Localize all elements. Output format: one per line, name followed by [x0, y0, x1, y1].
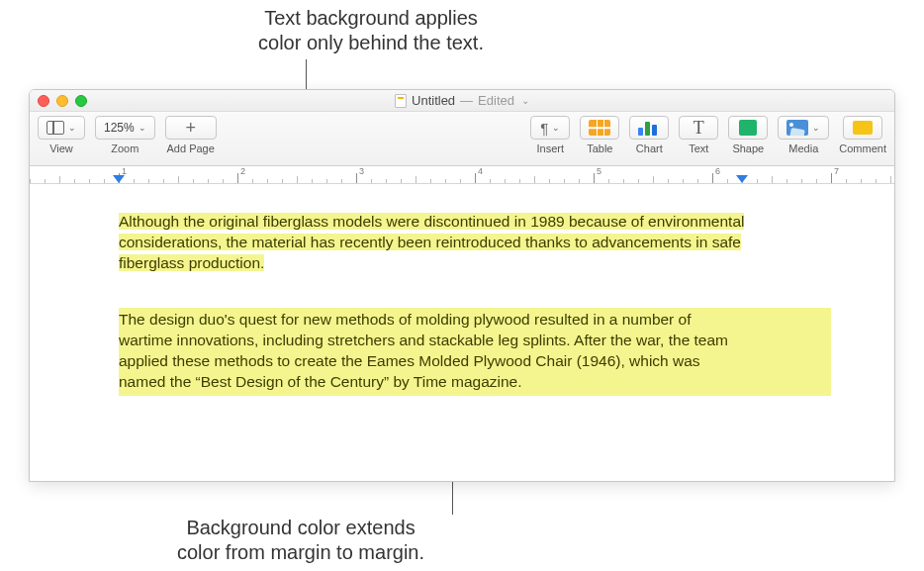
shape-button[interactable]: [728, 116, 768, 140]
plus-icon: +: [185, 121, 196, 135]
ruler-right-indent-marker[interactable]: [736, 175, 748, 183]
chart-label: Chart: [636, 143, 663, 154]
paragraph-block-background[interactable]: The design duo's quest for new methods o…: [119, 308, 831, 397]
text-label: Text: [689, 143, 708, 154]
table-icon: [589, 120, 610, 136]
chevron-down-icon: ⌄: [68, 123, 76, 133]
minimize-window-button[interactable]: [56, 95, 68, 107]
chevron-down-icon: ⌄: [552, 123, 560, 133]
add-page-button[interactable]: +: [165, 116, 217, 140]
table-button[interactable]: [580, 116, 619, 140]
insert-button[interactable]: ¶ ⌄: [530, 116, 570, 140]
ruler-number: 7: [834, 166, 839, 176]
zoom-value: 125%: [104, 121, 135, 135]
window-title-separator: —: [460, 93, 473, 108]
comment-label: Comment: [839, 143, 886, 154]
insert-label: Insert: [537, 143, 565, 154]
ruler-number: 6: [715, 166, 720, 176]
chevron-down-icon: ⌄: [521, 95, 529, 106]
zoom-button[interactable]: 125% ⌄: [95, 116, 155, 140]
window-controls: [38, 95, 87, 107]
shape-label: Shape: [732, 143, 764, 154]
paragraph-1-text: Although the original fiberglass models …: [119, 213, 744, 271]
document-icon: [395, 94, 407, 108]
document-page[interactable]: Although the original fiberglass models …: [30, 184, 894, 481]
close-window-button[interactable]: [38, 95, 49, 107]
comment-button[interactable]: [843, 116, 882, 140]
add-page-label: Add Page: [167, 143, 215, 154]
window-title-main: Untitled: [412, 93, 455, 108]
ruler-number: 4: [478, 166, 483, 176]
annotation-bottom: Background color extends color from marg…: [128, 516, 474, 565]
window-title[interactable]: Untitled — Edited ⌄: [395, 93, 529, 108]
ruler-number: 5: [597, 166, 601, 176]
ruler[interactable]: 01234567: [30, 166, 894, 184]
view-button[interactable]: ⌄: [38, 116, 85, 140]
shape-icon: [739, 120, 757, 136]
pilcrow-icon: ¶: [540, 120, 548, 137]
text-button[interactable]: T: [679, 116, 718, 140]
comment-icon: [853, 121, 873, 135]
titlebar: Untitled — Edited ⌄: [30, 90, 894, 112]
annotation-top: Text background applies color only behin…: [198, 6, 544, 55]
text-icon: T: [693, 118, 704, 139]
zoom-window-button[interactable]: [75, 95, 87, 107]
ruler-number: 3: [359, 166, 364, 176]
media-icon: [786, 120, 808, 136]
media-button[interactable]: ⌄: [778, 116, 829, 140]
paragraph-text-background[interactable]: Although the original fiberglass models …: [119, 212, 752, 274]
paragraph-2-text: The design duo's quest for new methods o…: [119, 310, 732, 393]
sidebar-icon: [46, 121, 64, 135]
media-label: Media: [788, 143, 818, 154]
window-title-sub: Edited: [478, 93, 514, 108]
app-window: Untitled — Edited ⌄ ⌄ View 125% ⌄ Zoom +: [29, 89, 895, 482]
zoom-label: Zoom: [111, 143, 139, 154]
chart-button[interactable]: [629, 116, 669, 140]
ruler-left-indent-marker[interactable]: [113, 175, 125, 183]
chevron-down-icon: ⌄: [139, 123, 146, 133]
chevron-down-icon: ⌄: [812, 123, 820, 133]
ruler-number: 2: [240, 166, 245, 176]
chart-icon: [638, 120, 660, 136]
table-label: Table: [587, 143, 612, 154]
toolbar: ⌄ View 125% ⌄ Zoom + Add Page ¶ ⌄ Insert: [30, 112, 894, 166]
view-label: View: [49, 143, 73, 154]
